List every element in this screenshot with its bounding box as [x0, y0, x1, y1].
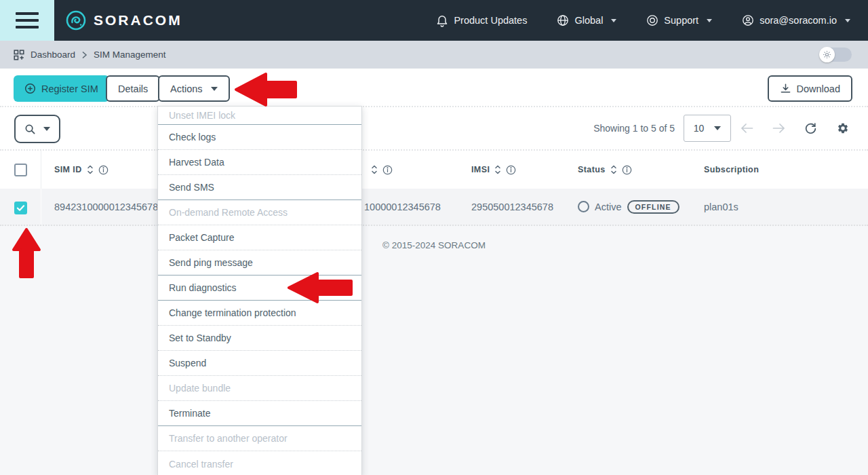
navbar-right: Product Updates Global: [436, 14, 850, 27]
breadcrumb-dashboard[interactable]: Dashboard: [31, 50, 75, 60]
bell-icon: [436, 14, 448, 27]
brand-name: SORACOM: [94, 12, 182, 28]
breadcrumb: Dashboard SIM Management: [14, 50, 166, 60]
table-row[interactable]: 8942310000012345678 10000012345678 29505…: [0, 189, 868, 226]
prev-page-button[interactable]: [731, 115, 763, 142]
sort-icon[interactable]: [87, 164, 94, 175]
hamburger-icon: [16, 12, 39, 15]
menu-item-unset-imei-lock: Unset IMEI lock: [158, 107, 361, 125]
info-icon[interactable]: [622, 165, 632, 175]
chevron-down-icon: [43, 127, 50, 131]
breadcrumb-bar: Dashboard SIM Management: [0, 41, 868, 69]
annotation-arrow-run-diagnostics: [287, 271, 354, 305]
pagination: Showing 1 to 5 of 5 10: [593, 107, 868, 149]
dashboard-icon: [14, 50, 24, 60]
cell-obscured: 10000012345678: [364, 189, 441, 225]
annotation-arrow-checkbox: [12, 227, 41, 279]
sort-icon[interactable]: [371, 164, 378, 175]
pagination-summary: Showing 1 to 5 of 5: [593, 123, 675, 134]
copyright: © 2015-2024 SORACOM: [382, 240, 486, 250]
cell-status: Active OFFLINE: [578, 189, 679, 225]
menu-item-send-sms[interactable]: Send SMS: [158, 175, 361, 200]
content-footer-area: © 2015-2024 SORACOM: [0, 226, 868, 475]
details-button[interactable]: Details: [106, 75, 160, 102]
chevron-down-icon: [845, 19, 850, 22]
cell-imsi: 295050012345678: [471, 189, 553, 225]
refresh-icon[interactable]: [795, 115, 827, 142]
chevron-down-icon: [211, 87, 218, 91]
download-icon: [780, 83, 791, 94]
status-badge: OFFLINE: [627, 200, 679, 214]
register-sim-button[interactable]: Register SIM: [14, 75, 109, 102]
cell-sim-id: 8942310000012345678: [54, 189, 158, 225]
top-navbar: SORACOM Product Updates: [0, 0, 868, 41]
info-icon[interactable]: [98, 165, 108, 175]
menu-item-suspend[interactable]: Suspend: [158, 351, 361, 376]
select-all-checkbox[interactable]: [14, 164, 27, 176]
page-size-select[interactable]: 10: [684, 115, 731, 142]
breadcrumb-current: SIM Management: [94, 50, 166, 60]
support-menu[interactable]: Support: [646, 14, 712, 26]
chevron-down-icon: [707, 19, 712, 22]
info-icon[interactable]: [382, 165, 393, 175]
menu-item-harvest-data[interactable]: Harvest Data: [158, 150, 361, 175]
account-menu[interactable]: sora@soracom.io: [742, 14, 850, 26]
region-menu[interactable]: Global: [557, 14, 616, 26]
search-icon: [24, 124, 36, 135]
sort-icon[interactable]: [610, 164, 617, 175]
soracom-console: SORACOM Product Updates: [0, 0, 868, 475]
table-settings-icon[interactable]: [827, 115, 859, 142]
soracom-logo-icon: [65, 10, 87, 31]
actions-button[interactable]: Actions: [158, 75, 230, 102]
table-header: SIM ID IMSI Status: [0, 151, 868, 189]
menu-item-set-to-standby[interactable]: Set to Standby: [158, 326, 361, 351]
menu-item-update-bundle: Update bundle: [158, 376, 361, 401]
chevron-down-icon: [611, 19, 616, 22]
download-button[interactable]: Download: [768, 75, 853, 102]
menu-item-check-logs[interactable]: Check logs: [158, 125, 361, 150]
menu-item-terminate[interactable]: Terminate: [158, 401, 361, 426]
plus-circle-icon: [24, 83, 36, 94]
hamburger-menu-button[interactable]: [0, 0, 54, 41]
filter-row: Showing 1 to 5 of 5 10: [0, 107, 868, 151]
toolbar: Register SIM Details Actions Download: [0, 69, 868, 107]
session-status-icon: [578, 201, 589, 212]
menu-item-cancel-transfer: Cancel transfer: [158, 451, 361, 475]
annotation-arrow-actions: [234, 71, 299, 108]
menu-item-on-demand-remote-access: On-demand Remote Access: [158, 200, 361, 225]
menu-item-packet-capture[interactable]: Packet Capture: [158, 225, 361, 250]
menu-item-transfer-to-another-operator: Transfer to another operator: [158, 426, 361, 451]
globe-icon: [557, 14, 569, 26]
column-status: Status: [578, 165, 606, 174]
status-text: Active: [595, 202, 622, 212]
info-icon[interactable]: [506, 165, 516, 175]
row-checkbox[interactable]: [14, 202, 27, 214]
column-sim-id: SIM ID: [54, 165, 82, 174]
sun-icon: [819, 47, 835, 62]
next-page-button[interactable]: [763, 115, 795, 142]
chevron-down-icon: [714, 126, 721, 130]
column-imsi: IMSI: [471, 165, 490, 174]
column-subscription: Subscription: [704, 165, 759, 174]
sort-icon[interactable]: [494, 164, 501, 175]
cell-subscription: plan01s: [704, 189, 738, 225]
user-icon: [742, 14, 754, 26]
support-icon: [646, 14, 658, 26]
search-button[interactable]: [14, 115, 60, 143]
theme-toggle[interactable]: [819, 48, 852, 62]
breadcrumb-separator-icon: [81, 51, 87, 59]
brand: SORACOM: [65, 10, 182, 31]
product-updates-link[interactable]: Product Updates: [436, 14, 527, 27]
